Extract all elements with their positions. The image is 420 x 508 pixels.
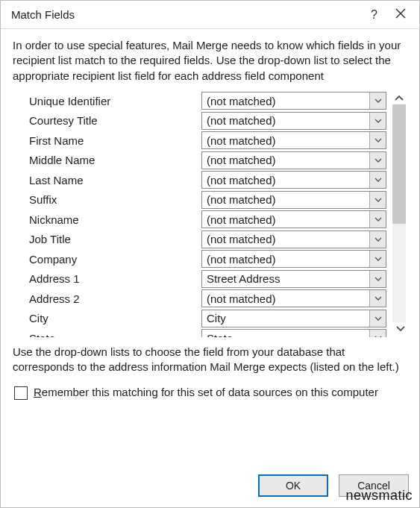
instructions-bottom: Use the drop-down lists to choose the fi… bbox=[13, 345, 407, 375]
field-row: Courtesy Title(not matched) bbox=[26, 110, 386, 131]
field-select[interactable]: (not matched) bbox=[201, 131, 386, 149]
remember-checkbox-row[interactable]: Remember this matching for this set of d… bbox=[14, 385, 407, 400]
field-select[interactable]: State bbox=[201, 329, 386, 337]
instructions-top: In order to use special features, Mail M… bbox=[13, 38, 407, 84]
field-select[interactable]: (not matched) bbox=[201, 191, 386, 209]
field-label: Address 1 bbox=[26, 272, 201, 285]
field-select-value: (not matched) bbox=[202, 253, 369, 266]
chevron-down-icon[interactable] bbox=[369, 310, 386, 327]
chevron-down-icon[interactable] bbox=[369, 290, 386, 307]
chevron-down-icon[interactable] bbox=[369, 192, 386, 208]
chevron-down-icon[interactable] bbox=[369, 152, 386, 169]
field-label: Unique Identifier bbox=[26, 95, 201, 107]
field-row: StateState bbox=[26, 328, 386, 337]
field-select[interactable]: (not matched) bbox=[201, 171, 386, 189]
field-select[interactable]: (not matched) bbox=[201, 231, 386, 248]
field-select-value: State bbox=[202, 332, 369, 337]
field-select-value: (not matched) bbox=[202, 213, 369, 226]
field-select-value: (not matched) bbox=[202, 233, 369, 245]
chevron-down-icon[interactable] bbox=[369, 330, 386, 337]
field-select[interactable]: (not matched) bbox=[201, 250, 386, 268]
field-label: First Name bbox=[26, 134, 201, 147]
field-row: Suffix(not matched) bbox=[26, 189, 386, 210]
field-label: Suffix bbox=[26, 193, 201, 206]
fields-list-wrapper: Unique Identifier(not matched)Courtesy T… bbox=[13, 91, 407, 337]
chevron-down-icon[interactable] bbox=[369, 92, 386, 109]
field-select-value: (not matched) bbox=[202, 174, 369, 186]
field-select[interactable]: (not matched) bbox=[201, 151, 386, 169]
scrollbar[interactable] bbox=[391, 91, 407, 337]
field-label: Courtesy Title bbox=[26, 114, 201, 127]
match-fields-dialog: Match Fields ? In order to use special f… bbox=[0, 0, 420, 508]
scroll-down-icon[interactable] bbox=[394, 322, 407, 336]
titlebar-controls: ? bbox=[371, 8, 412, 22]
chevron-down-icon[interactable] bbox=[369, 211, 386, 228]
scroll-up-icon[interactable] bbox=[392, 91, 406, 104]
field-label: City bbox=[26, 312, 201, 324]
field-label: Company bbox=[26, 253, 201, 266]
field-select-value: (not matched) bbox=[202, 154, 369, 166]
field-select[interactable]: City bbox=[201, 310, 386, 327]
field-row: Job Title(not matched) bbox=[26, 229, 386, 249]
cancel-button[interactable]: Cancel bbox=[339, 474, 409, 497]
close-icon[interactable] bbox=[395, 8, 406, 22]
chevron-down-icon[interactable] bbox=[369, 132, 386, 148]
dialog-content: In order to use special features, Mail M… bbox=[1, 29, 419, 467]
dialog-title: Match Fields bbox=[11, 8, 371, 21]
remember-checkbox[interactable] bbox=[14, 386, 28, 400]
field-select-value: (not matched) bbox=[202, 134, 369, 147]
ok-button[interactable]: OK bbox=[258, 474, 328, 497]
field-label: Job Title bbox=[26, 233, 201, 245]
fields-list: Unique Identifier(not matched)Courtesy T… bbox=[13, 91, 386, 337]
field-row: Address 2(not matched) bbox=[26, 289, 386, 309]
chevron-down-icon[interactable] bbox=[369, 231, 386, 248]
scroll-track[interactable] bbox=[392, 104, 406, 322]
field-row: Middle Name(not matched) bbox=[26, 150, 386, 170]
field-select[interactable]: (not matched) bbox=[201, 112, 386, 130]
field-row: Address 1Street Address bbox=[26, 269, 386, 289]
field-row: Unique Identifier(not matched) bbox=[26, 91, 386, 111]
remember-checkbox-label: Remember this matching for this set of d… bbox=[34, 385, 378, 400]
field-row: First Name(not matched) bbox=[26, 131, 386, 151]
help-icon[interactable]: ? bbox=[371, 8, 377, 22]
field-select[interactable]: (not matched) bbox=[201, 210, 386, 228]
chevron-down-icon[interactable] bbox=[369, 271, 386, 287]
field-row: Last Name(not matched) bbox=[26, 170, 386, 190]
field-select-value: (not matched) bbox=[202, 95, 369, 107]
field-select-value: Street Address bbox=[202, 272, 369, 285]
chevron-down-icon[interactable] bbox=[369, 172, 386, 188]
field-label: Address 2 bbox=[26, 292, 201, 305]
field-select-value: (not matched) bbox=[202, 114, 369, 127]
field-select-value: (not matched) bbox=[202, 193, 369, 206]
field-select-value: City bbox=[202, 312, 369, 324]
field-row: Company(not matched) bbox=[26, 249, 386, 269]
field-label: Last Name bbox=[26, 174, 201, 186]
chevron-down-icon[interactable] bbox=[369, 251, 386, 267]
field-label: Middle Name bbox=[26, 154, 201, 166]
titlebar: Match Fields ? bbox=[1, 1, 419, 29]
field-row: Nickname(not matched) bbox=[26, 210, 386, 230]
scroll-thumb[interactable] bbox=[392, 104, 406, 225]
field-select[interactable]: Street Address bbox=[201, 270, 386, 288]
field-label: Nickname bbox=[26, 213, 201, 226]
field-select[interactable]: (not matched) bbox=[201, 92, 386, 110]
field-select[interactable]: (not matched) bbox=[201, 289, 386, 307]
field-select-value: (not matched) bbox=[202, 292, 369, 305]
chevron-down-icon[interactable] bbox=[369, 113, 386, 129]
field-row: CityCity bbox=[26, 308, 386, 328]
field-label: State bbox=[26, 332, 201, 337]
dialog-buttons: OK Cancel bbox=[1, 467, 419, 507]
